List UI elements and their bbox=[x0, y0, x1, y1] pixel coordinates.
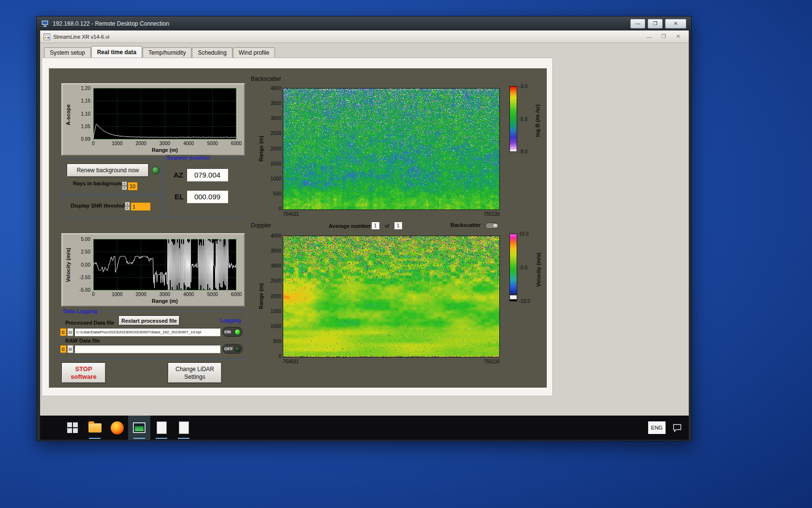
doppler-colorbar-label: Velocity (m/s) bbox=[535, 242, 542, 298]
processed-path-field[interactable]: C:\Lidar\Data\Proc\2023\202309\20230907\… bbox=[74, 328, 220, 336]
snr-increment-icon[interactable]: ▲ bbox=[125, 202, 130, 206]
stop-line2: software bbox=[71, 373, 96, 381]
backscatter-toggle-slider[interactable] bbox=[485, 223, 499, 229]
backscatter-colorbar bbox=[509, 86, 517, 152]
tab-bar: System setup Real time data Temp/humidit… bbox=[44, 46, 276, 58]
processed-drive-box[interactable]: C bbox=[60, 328, 67, 336]
change-line1: Change LiDAR bbox=[175, 365, 214, 373]
tick-label: 4000 bbox=[182, 141, 195, 146]
language-indicator[interactable]: ENG bbox=[648, 421, 666, 434]
restart-processed-file-button[interactable]: Restart processed file bbox=[118, 315, 180, 326]
blue-document-icon bbox=[179, 421, 189, 434]
raw-browse-icon[interactable]: ▤ bbox=[67, 345, 73, 353]
raw-drive-box[interactable]: C bbox=[60, 345, 67, 353]
streamline-app-icon[interactable] bbox=[128, 416, 150, 440]
az-label: AZ bbox=[174, 171, 183, 179]
az-value: 079.004 bbox=[187, 168, 228, 181]
ascope-x-ticks: 0100020003000400050006000 bbox=[87, 141, 243, 146]
app-restore-button[interactable]: ❐ bbox=[656, 33, 671, 40]
rdp-title: 192.168.0.122 - Remote Desktop Connectio… bbox=[53, 20, 628, 27]
notification-icon[interactable] bbox=[672, 423, 682, 433]
backscatter-graph bbox=[283, 88, 500, 210]
rays-decrement-icon[interactable]: ▼ bbox=[122, 186, 127, 190]
backscatter-y-ticks: 40003500300025002000150010005000 bbox=[267, 86, 281, 211]
ascope-plot-frame: A-scope 1.201.151.101.050.99 01000200030… bbox=[61, 83, 245, 156]
remote-desktop-window: 192.168.0.122 - Remote Desktop Connectio… bbox=[36, 16, 692, 441]
tick-label: 3000 bbox=[271, 116, 281, 121]
logging-label: Logging bbox=[220, 317, 241, 323]
tick-label: 1.15 bbox=[81, 98, 90, 104]
firefox-icon[interactable] bbox=[106, 416, 128, 440]
rays-in-background-label: Rays in background bbox=[73, 180, 124, 186]
tick-label: 2000 bbox=[135, 292, 147, 297]
tab-real-time-data[interactable]: Real time data bbox=[91, 46, 142, 58]
tick-label: 500 bbox=[273, 339, 281, 344]
raw-logging-toggle[interactable]: OFF bbox=[222, 344, 243, 354]
processed-browse-icon[interactable]: ▤ bbox=[67, 328, 73, 336]
windows-logo-icon bbox=[67, 422, 78, 433]
doppler-x-end: 755130 bbox=[484, 359, 500, 364]
app-close-button[interactable]: ✕ bbox=[671, 33, 685, 40]
tick-label: -8.0 bbox=[519, 149, 527, 154]
tick-label: 500 bbox=[273, 191, 281, 196]
tab-system-setup[interactable]: System setup bbox=[44, 47, 91, 58]
processed-logging-led bbox=[234, 329, 241, 335]
snr-decrement-icon[interactable]: ▼ bbox=[125, 206, 130, 210]
renew-background-label: Renew background now bbox=[77, 167, 139, 174]
tick-label: 1500 bbox=[271, 161, 281, 166]
file-explorer-icon[interactable] bbox=[84, 416, 106, 440]
doppler-title: Doppler bbox=[251, 222, 271, 229]
rays-spinner[interactable]: ▲▼ bbox=[122, 181, 127, 190]
app-minimize-button[interactable]: — bbox=[642, 34, 656, 40]
start-button[interactable] bbox=[61, 416, 84, 440]
renew-background-button[interactable]: Renew background now bbox=[67, 164, 149, 177]
tick-label: 3500 bbox=[271, 101, 281, 106]
rays-value-field[interactable]: 10 bbox=[128, 182, 138, 191]
snr-value-field[interactable]: 1 bbox=[130, 202, 151, 211]
tick-label: 1000 bbox=[111, 141, 123, 146]
tick-label: 4000 bbox=[182, 292, 195, 297]
velocity-y-ticks: 5.002.500.00-2.50-5.00 bbox=[74, 237, 90, 293]
tick-label: 10.0 bbox=[519, 231, 528, 237]
scan-scheduler-icon[interactable] bbox=[150, 416, 173, 440]
rays-increment-icon[interactable]: ▲ bbox=[122, 181, 127, 186]
tick-label: 1000 bbox=[271, 324, 281, 329]
slider-knob[interactable] bbox=[493, 224, 498, 228]
raw-logging-led bbox=[234, 346, 241, 352]
document-app-icon[interactable] bbox=[173, 416, 195, 440]
velocity-y-axis-label: Velocity (m/s) bbox=[64, 238, 72, 292]
processed-data-file-label: Processed Data file bbox=[65, 320, 115, 326]
rdp-minimize-button[interactable]: — bbox=[630, 19, 645, 29]
rdp-maximize-button[interactable]: ❐ bbox=[648, 19, 663, 29]
firefox-logo-icon bbox=[111, 421, 124, 434]
tick-label: 0 bbox=[278, 206, 281, 211]
tick-label: -2.50 bbox=[79, 275, 90, 280]
change-lidar-settings-button[interactable]: Change LiDAR Settings bbox=[168, 362, 222, 383]
app-title: StreamLine XR v14-6.vi bbox=[53, 34, 642, 40]
raw-path-field[interactable] bbox=[74, 345, 220, 353]
rdp-titlebar: 192.168.0.122 - Remote Desktop Connectio… bbox=[37, 16, 691, 30]
tick-label: 3000 bbox=[159, 292, 171, 297]
velocity-x-axis-label: Range (m) bbox=[93, 298, 236, 304]
rdp-close-button[interactable]: ✕ bbox=[665, 19, 686, 29]
doppler-x-start: 754631 bbox=[283, 359, 299, 364]
average-number-field-2[interactable]: 1 bbox=[394, 222, 402, 229]
tab-wind-profile[interactable]: Wind profile bbox=[233, 47, 275, 58]
doppler-y-axis-label: Range (m) bbox=[257, 265, 264, 328]
backscatter-x-ticks: 754631 755130 bbox=[283, 211, 500, 217]
tick-label: 0 bbox=[87, 292, 100, 297]
ascope-graph bbox=[93, 88, 236, 139]
processed-logging-toggle[interactable]: ON bbox=[222, 327, 243, 337]
tab-scheduling[interactable]: Scheduling bbox=[192, 47, 232, 58]
scanner-position-border bbox=[163, 158, 245, 218]
folder-icon bbox=[88, 423, 102, 433]
app-window-icon bbox=[133, 422, 145, 433]
change-line2: Settings bbox=[184, 373, 205, 381]
snr-spinner[interactable]: ▲▼ bbox=[125, 202, 130, 210]
stop-software-button[interactable]: STOP software bbox=[61, 362, 106, 383]
tick-label: 2000 bbox=[271, 294, 281, 299]
remote-screen: StreamLine XR v14-6.vi — ❐ ✕ System setu… bbox=[40, 30, 689, 440]
stop-line1: STOP bbox=[75, 365, 92, 373]
tab-temp-humidity[interactable]: Temp/humidity bbox=[143, 47, 191, 58]
average-number-field-1[interactable]: 1 bbox=[371, 222, 379, 229]
